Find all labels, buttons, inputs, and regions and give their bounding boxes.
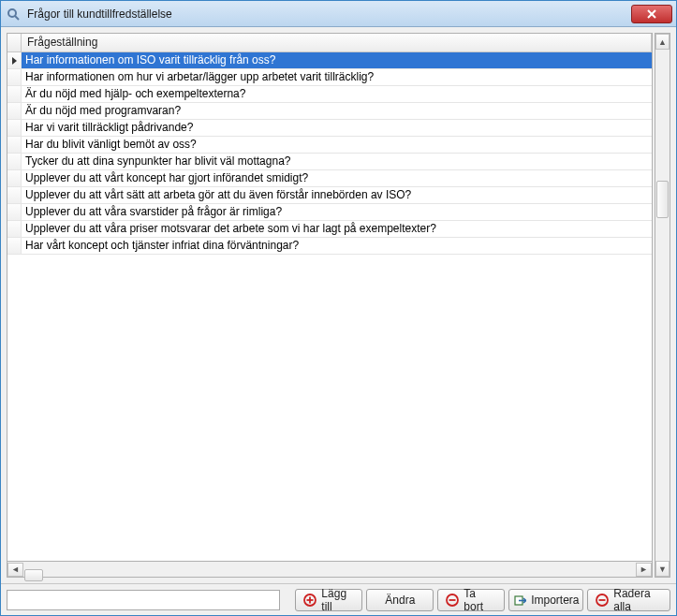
scroll-right-arrow-icon[interactable]: ►: [636, 563, 652, 577]
table-row[interactable]: Upplever du att vårt sätt att arbeta gör…: [7, 187, 652, 204]
import-icon: [513, 594, 526, 607]
table-row[interactable]: Upplever du att vårt koncept har gjort i…: [7, 170, 652, 187]
plus-icon: [303, 594, 316, 607]
table-row[interactable]: Upplever du att våra svarstider på frågo…: [7, 204, 652, 221]
table-row[interactable]: Har vi varit tillräckligt pådrivande?: [7, 120, 652, 137]
table-row[interactable]: Har du blivit vänligt bemöt av oss?: [7, 137, 652, 154]
table-row[interactable]: Är du nöjd med hjälp- och exempeltextern…: [7, 86, 652, 103]
delete-button-label: Ta bort: [464, 587, 496, 613]
delete-all-button[interactable]: Radera alla: [587, 589, 670, 611]
question-table: Frågeställning Har informationen om ISO …: [7, 33, 653, 562]
question-cell: Är du nöjd med programvaran?: [22, 103, 652, 119]
question-cell: Har du blivit vänligt bemöt av oss?: [22, 137, 652, 153]
table-row[interactable]: Har informationen om hur vi arbetar/lägg…: [7, 69, 652, 86]
column-header[interactable]: Frågeställning: [22, 34, 652, 51]
scroll-down-arrow-icon[interactable]: ▼: [655, 561, 670, 577]
hscroll-thumb[interactable]: [24, 569, 43, 581]
question-cell: Är du nöjd med hjälp- och exempeltextern…: [22, 86, 652, 102]
row-handle[interactable]: [7, 69, 22, 85]
table-body: Har informationen om ISO varit tillräckl…: [7, 52, 652, 561]
vscroll-thumb[interactable]: [656, 181, 669, 218]
new-question-input[interactable]: [7, 590, 280, 610]
row-handle[interactable]: [7, 187, 22, 203]
table-row[interactable]: Är du nöjd med programvaran?: [7, 103, 652, 120]
row-handle[interactable]: [7, 52, 22, 68]
window: Frågor till kundtillfredställelse Fråges…: [0, 0, 677, 616]
row-handle[interactable]: [7, 103, 22, 119]
question-cell: Har vi varit tillräckligt pådrivande?: [22, 120, 652, 136]
table-row[interactable]: Tycker du att dina synpunkter har blivit…: [7, 154, 652, 170]
table-header: Frågeställning: [7, 34, 652, 52]
question-cell: Tycker du att dina synpunkter har blivit…: [22, 154, 652, 169]
row-handle[interactable]: [7, 86, 22, 102]
add-button[interactable]: Lägg till: [295, 589, 362, 611]
scroll-up-arrow-icon[interactable]: ▲: [655, 34, 670, 50]
titlebar: Frågor till kundtillfredställelse: [1, 1, 676, 27]
question-cell: Upplever du att våra svarstider på frågo…: [22, 204, 652, 220]
question-cell: Upplever du att våra priser motsvarar de…: [22, 221, 652, 237]
delete-button[interactable]: Ta bort: [437, 589, 505, 611]
edit-button[interactable]: Ändra: [366, 589, 434, 611]
row-handle[interactable]: [7, 154, 22, 169]
svg-point-0: [8, 9, 16, 17]
vertical-scrollbar[interactable]: ▲ ▼: [655, 33, 670, 578]
question-cell: Har informationen om hur vi arbetar/lägg…: [22, 69, 652, 85]
row-handle[interactable]: [7, 221, 22, 237]
row-handle[interactable]: [7, 120, 22, 136]
vscroll-track[interactable]: [655, 50, 670, 561]
edit-button-label: Ändra: [385, 594, 415, 607]
close-icon: [647, 9, 656, 19]
app-icon: [7, 7, 22, 22]
svg-line-1: [15, 16, 19, 20]
row-handle[interactable]: [7, 238, 22, 254]
delete-all-button-label: Radera alla: [613, 587, 662, 613]
question-cell: Har vårt koncept och tjänster infriat di…: [22, 238, 652, 254]
minus-icon: [596, 594, 609, 607]
row-handle[interactable]: [7, 204, 22, 220]
window-title: Frågor till kundtillfredställelse: [27, 7, 631, 21]
table-wrap: Frågeställning Har informationen om ISO …: [7, 33, 653, 578]
content-area: Frågeställning Har informationen om ISO …: [1, 27, 676, 583]
scroll-left-arrow-icon[interactable]: ◄: [7, 563, 23, 577]
footer-toolbar: Lägg till Ändra Ta bort Import: [1, 583, 676, 615]
table-row[interactable]: Har vårt koncept och tjänster infriat di…: [7, 238, 652, 255]
minus-icon: [446, 594, 459, 607]
close-button[interactable]: [631, 5, 672, 23]
question-cell: Upplever du att vårt sätt att arbeta gör…: [22, 187, 652, 203]
question-cell: Har informationen om ISO varit tillräckl…: [22, 52, 652, 68]
import-button[interactable]: Importera: [508, 589, 583, 611]
question-cell: Upplever du att vårt koncept har gjort i…: [22, 170, 652, 186]
table-row[interactable]: Har informationen om ISO varit tillräckl…: [7, 52, 652, 69]
import-button-label: Importera: [531, 594, 579, 607]
horizontal-scrollbar[interactable]: ◄ ►: [7, 562, 653, 578]
row-handle[interactable]: [7, 170, 22, 186]
add-button-label: Lägg till: [321, 587, 354, 613]
row-selector-header[interactable]: [7, 34, 22, 51]
table-row[interactable]: Upplever du att våra priser motsvarar de…: [7, 221, 652, 238]
row-handle[interactable]: [7, 137, 22, 153]
